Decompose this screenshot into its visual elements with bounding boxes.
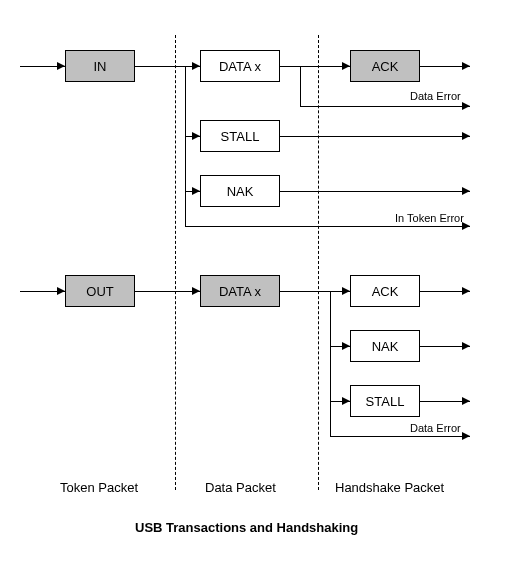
usb-diagram: IN DATA x ACK Data Error STALL NAK In <box>0 0 505 562</box>
arrowhead <box>342 287 350 295</box>
in-ack-box: ACK <box>350 50 420 82</box>
in-stall-label: STALL <box>221 129 260 144</box>
arrowhead <box>192 187 200 195</box>
out-token-box: OUT <box>65 275 135 307</box>
arrowhead <box>462 397 470 405</box>
line <box>280 66 350 67</box>
line <box>330 436 470 437</box>
arrowhead <box>462 222 470 230</box>
line <box>135 66 200 67</box>
arrowhead <box>462 432 470 440</box>
line <box>280 191 470 192</box>
in-stall-box: STALL <box>200 120 280 152</box>
in-data-error-label: Data Error <box>410 90 461 102</box>
in-nak-label: NAK <box>227 184 254 199</box>
arrowhead <box>462 102 470 110</box>
arrowhead <box>342 342 350 350</box>
out-stall-box: STALL <box>350 385 420 417</box>
in-data-box: DATA x <box>200 50 280 82</box>
line <box>280 291 350 292</box>
out-data-box: DATA x <box>200 275 280 307</box>
out-stall-label: STALL <box>366 394 405 409</box>
arrowhead <box>57 62 65 70</box>
line <box>330 291 331 436</box>
line <box>185 66 186 226</box>
arrowhead <box>192 132 200 140</box>
line <box>300 106 470 107</box>
in-token-box: IN <box>65 50 135 82</box>
line <box>185 226 470 227</box>
arrowhead <box>192 287 200 295</box>
column-token-label: Token Packet <box>60 480 138 495</box>
arrowhead <box>342 397 350 405</box>
arrowhead <box>462 342 470 350</box>
out-ack-box: ACK <box>350 275 420 307</box>
arrowhead <box>57 287 65 295</box>
line <box>300 66 301 106</box>
diagram-title: USB Transactions and Handshaking <box>135 520 358 535</box>
in-ack-label: ACK <box>372 59 399 74</box>
column-handshake-label: Handshake Packet <box>335 480 444 495</box>
in-data-label: DATA x <box>219 59 261 74</box>
column-data-label: Data Packet <box>205 480 276 495</box>
arrowhead <box>462 62 470 70</box>
in-token-error-label: In Token Error <box>395 212 464 224</box>
out-nak-box: NAK <box>350 330 420 362</box>
separator-2 <box>318 35 319 490</box>
arrowhead <box>192 62 200 70</box>
in-token-label: IN <box>94 59 107 74</box>
arrowhead <box>462 132 470 140</box>
out-nak-label: NAK <box>372 339 399 354</box>
arrowhead <box>462 287 470 295</box>
line <box>280 136 470 137</box>
separator-1 <box>175 35 176 490</box>
arrowhead <box>342 62 350 70</box>
out-data-error-label: Data Error <box>410 422 461 434</box>
line <box>135 291 200 292</box>
out-token-label: OUT <box>86 284 113 299</box>
in-nak-box: NAK <box>200 175 280 207</box>
arrowhead <box>462 187 470 195</box>
out-ack-label: ACK <box>372 284 399 299</box>
out-data-label: DATA x <box>219 284 261 299</box>
